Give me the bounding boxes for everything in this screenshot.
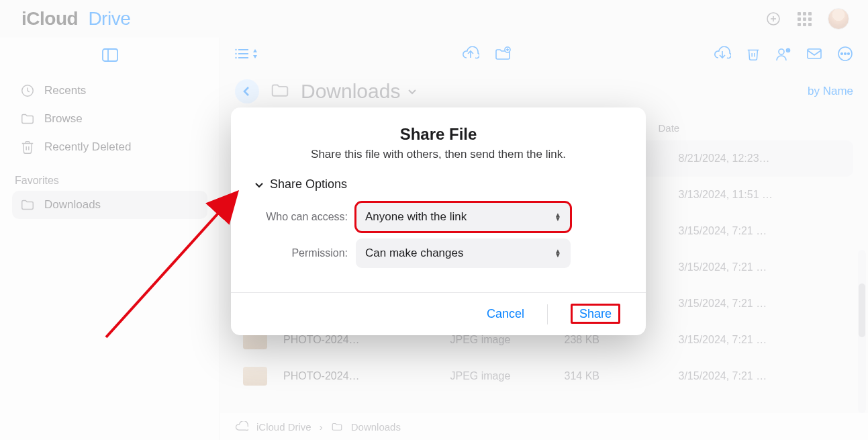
- svg-point-17: [779, 49, 784, 54]
- file-date: 3/15/2024, 7:21 …: [679, 334, 846, 346]
- file-date: 8/21/2024, 12:23…: [679, 152, 846, 165]
- svg-point-10: [235, 53, 236, 54]
- svg-marker-12: [253, 49, 257, 52]
- who-can-access-label: Who can access:: [254, 211, 348, 223]
- file-size: 238 KB: [565, 334, 679, 346]
- brand-prefix: iCloud: [21, 8, 78, 30]
- divider: [547, 304, 548, 324]
- folder-title-icon: [270, 81, 290, 101]
- svg-point-9: [235, 49, 236, 50]
- scrollbar-thumb[interactable]: [859, 283, 865, 337]
- sidebar-item-recently-deleted[interactable]: Recently Deleted: [12, 133, 207, 161]
- delete-icon[interactable]: [746, 46, 761, 61]
- chevron-left-icon: [241, 85, 253, 97]
- chevron-down-icon: [254, 179, 264, 190]
- share-button[interactable]: Share: [560, 302, 631, 326]
- sidebar-item-browse[interactable]: Browse: [12, 105, 207, 133]
- file-size: 314 KB: [565, 370, 679, 382]
- share-file-modal: Share File Share this file with others, …: [231, 107, 646, 335]
- content-toolbar: [220, 38, 868, 70]
- sidebar: Recents Browse Recently Deleted Favorite…: [0, 38, 220, 440]
- avatar[interactable]: [828, 8, 849, 30]
- file-date: 3/15/2024, 7:21 …: [679, 370, 846, 382]
- folder-icon: [20, 197, 35, 212]
- sidebar-item-label: Downloads: [44, 198, 101, 212]
- modal-subtitle: Share this file with others, then send t…: [254, 148, 623, 161]
- cancel-button[interactable]: Cancel: [476, 302, 535, 326]
- chevron-right-icon: ›: [320, 421, 323, 433]
- sidebar-item-label: Recents: [44, 84, 86, 97]
- brand: iCloud Drive: [19, 8, 130, 30]
- trash-icon: [20, 140, 35, 155]
- file-date: 3/13/2024, 11:51 …: [679, 189, 846, 201]
- mail-icon[interactable]: [806, 47, 822, 60]
- cloud-icon: [235, 421, 248, 432]
- file-name: PHOTO-2024…: [283, 370, 450, 382]
- svg-point-11: [235, 57, 236, 58]
- file-date: 3/15/2024, 7:21 …: [679, 261, 846, 273]
- chevron-down-icon: [407, 86, 418, 97]
- svg-point-25: [848, 53, 850, 55]
- svg-rect-3: [103, 49, 117, 61]
- svg-point-23: [841, 53, 843, 55]
- column-date[interactable]: Date: [659, 122, 846, 134]
- permission-select[interactable]: Can make changes ▲▼: [356, 238, 571, 268]
- modal-title: Share File: [254, 125, 623, 144]
- sidebar-item-recents[interactable]: Recents: [12, 77, 207, 105]
- download-cloud-icon[interactable]: [714, 46, 731, 61]
- permission-label: Permission:: [254, 247, 348, 259]
- svg-marker-13: [253, 55, 257, 58]
- folder-icon: [331, 421, 343, 432]
- file-kind: JPEG image: [450, 334, 565, 346]
- sidebar-favorites-heading: Favorites: [15, 175, 207, 187]
- svg-rect-21: [808, 49, 821, 58]
- updown-icon: [251, 48, 259, 60]
- file-kind: JPEG image: [450, 370, 565, 382]
- collaborate-icon[interactable]: [775, 46, 791, 61]
- sidebar-item-label: Browse: [44, 112, 83, 126]
- sidebar-toggle-icon[interactable]: [12, 48, 207, 62]
- who-can-access-select[interactable]: Anyone with the link ▲▼: [356, 202, 571, 232]
- folder-title[interactable]: Downloads: [301, 80, 418, 103]
- more-icon[interactable]: [837, 46, 853, 62]
- folder-icon: [20, 112, 35, 126]
- list-view-icon[interactable]: [235, 48, 259, 60]
- svg-point-24: [845, 53, 847, 55]
- topbar: iCloud Drive: [0, 0, 868, 38]
- file-thumbnail: [243, 367, 267, 386]
- file-date: 3/15/2024, 7:21 …: [679, 225, 846, 237]
- file-name: PHOTO-2024…: [283, 334, 450, 346]
- sort-button[interactable]: by Name: [808, 85, 853, 98]
- updown-icon: ▲▼: [554, 213, 561, 221]
- brand-suffix: Drive: [88, 8, 130, 30]
- breadcrumb: iCloud Drive › Downloads: [220, 413, 868, 440]
- plus-circle-icon[interactable]: [765, 11, 781, 27]
- file-date: 3/15/2024, 7:21 …: [679, 298, 846, 310]
- upload-cloud-icon[interactable]: [462, 46, 479, 61]
- app-grid-icon[interactable]: [798, 12, 812, 26]
- sidebar-item-label: Recently Deleted: [44, 140, 131, 154]
- updown-icon: ▲▼: [554, 249, 561, 257]
- share-options-toggle[interactable]: Share Options: [254, 177, 623, 191]
- table-row[interactable]: PHOTO-2024…JPEG image314 KB3/15/2024, 7:…: [235, 358, 853, 394]
- new-folder-icon[interactable]: [494, 46, 512, 61]
- clock-icon: [20, 83, 35, 98]
- back-button[interactable]: [235, 79, 259, 103]
- sidebar-item-downloads[interactable]: Downloads: [12, 191, 207, 219]
- breadcrumb-current[interactable]: Downloads: [351, 421, 401, 433]
- breadcrumb-root[interactable]: iCloud Drive: [256, 421, 311, 433]
